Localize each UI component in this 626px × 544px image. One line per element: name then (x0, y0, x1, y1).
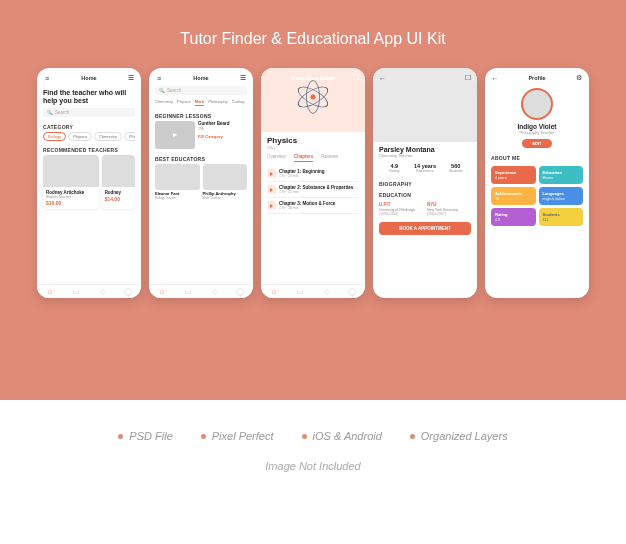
chapter-row[interactable]: Chapter 1: Beginning1 hr · 24 min (267, 166, 359, 182)
back-icon[interactable]: ← (267, 75, 274, 82)
menu-icon[interactable]: ≡ (155, 74, 163, 82)
back-icon[interactable]: ← (379, 75, 386, 82)
stat-label: Students (440, 169, 471, 173)
nav-profile-icon[interactable]: ◯ (236, 288, 244, 296)
feature-item: Organized Layers (410, 430, 508, 442)
bottom-nav: ⌂ ▭ ◇ ◯ (37, 284, 141, 298)
back-icon[interactable]: ← (491, 74, 499, 82)
footer-disclaimer: Image Not Included (0, 460, 626, 472)
nav-profile-icon[interactable]: ◯ (124, 288, 132, 296)
nav-home-icon[interactable]: ⌂ (158, 288, 166, 296)
education-short: U.PIT (379, 202, 423, 207)
education-year: (2004-2007) (427, 212, 471, 216)
tile-languages[interactable]: Languagesenglish, italian (539, 187, 584, 205)
nav-profile-icon[interactable]: ◯ (348, 288, 356, 296)
category-pill[interactable]: Chemistry (94, 132, 122, 141)
chapter-row[interactable]: Chapter 2: Substance & Properties1 hr · … (267, 182, 359, 198)
teacher-card[interactable]: Rodney $14.00 (102, 155, 135, 209)
chapter-row[interactable]: Chapter 3: Motion & Force1 hr · 36 min (267, 198, 359, 214)
lesson-category-link[interactable]: FIX Category (198, 134, 247, 139)
menu-icon[interactable]: ≡ (43, 74, 51, 82)
education-row: U.PITUniversity of Pittsburgh(1999-2004)… (379, 202, 471, 216)
search-input[interactable]: 🔍 Search (43, 108, 135, 117)
nav-bookmark-icon[interactable]: ◇ (210, 288, 218, 296)
tab-chapters[interactable]: Chapters (294, 154, 314, 162)
tab-overview[interactable]: Overview (267, 154, 286, 162)
play-icon (267, 185, 276, 194)
subject-tab[interactable]: Coding (232, 99, 245, 106)
play-icon (173, 133, 177, 137)
nav-book-icon[interactable]: ▭ (184, 288, 192, 296)
nav-book-icon[interactable]: ▭ (296, 288, 304, 296)
category-pills: Biology Physics Chemistry Philosophy (43, 132, 135, 141)
teacher-photo (102, 155, 135, 187)
education-item: NYUNew York University(2004-2007) (427, 202, 471, 216)
educator-subject: Math Teacher (203, 196, 248, 200)
subject-tab[interactable]: Math (195, 99, 204, 106)
lesson-card[interactable]: Gunther Beard 29k FIX Category (155, 121, 247, 149)
section-teachers-label: RECOMMENDED TEACHERS (43, 147, 135, 153)
detail-tabs: Overview Chapters Reviews (267, 154, 359, 162)
subject-tab[interactable]: Chemistry (155, 99, 173, 106)
bookmark-icon[interactable]: ☐ (465, 74, 471, 82)
phone-mockups-row: ≡ Home ☰ Find the teacher who will help … (0, 68, 626, 298)
tile-students[interactable]: Students312 (539, 208, 584, 226)
nav-bookmark-icon[interactable]: ◇ (98, 288, 106, 296)
notification-icon[interactable]: ☰ (127, 74, 135, 82)
promo-banner: Tutor Finder & Educational App UI Kit ≡ … (0, 0, 626, 400)
category-pill[interactable]: Philosophy (124, 132, 135, 141)
category-pill[interactable]: Physics (68, 132, 92, 141)
page-title: Home (81, 75, 96, 81)
educator-card[interactable]: Phillip Anthrophy Math Teacher (203, 164, 248, 200)
educator-subject: Biology Teacher (155, 196, 200, 200)
nav-home-icon[interactable]: ⌂ (270, 288, 278, 296)
about-tiles: Experience4 years EducationMaster Achiev… (491, 166, 583, 226)
education-short: NYU (427, 202, 471, 207)
tile-value: Master (543, 176, 580, 180)
stat-label: Rating (379, 169, 410, 173)
educator-photo (203, 164, 248, 190)
teacher-photo (43, 155, 99, 187)
teacher-stats: 4.9Rating 14 yearsExperience 560Students (379, 163, 471, 173)
subject-tab[interactable]: Philosophy (208, 99, 228, 106)
settings-icon[interactable]: ⚙ (575, 74, 583, 82)
feature-item: iOS & Android (302, 430, 382, 442)
educator-card[interactable]: Eleanor Fant Biology Teacher (155, 164, 200, 200)
page-title: Profile (528, 75, 545, 81)
nav-bookmark-icon[interactable]: ◇ (322, 288, 330, 296)
atom-icon (296, 80, 330, 114)
book-appointment-button[interactable]: BOOK A APPOINTMENT (379, 222, 471, 235)
bottom-nav: ⌂ ▭ ◇ ◯ (149, 284, 253, 298)
tile-achievements[interactable]: Achievements16 (491, 187, 536, 205)
tile-rating[interactable]: Rating4.9 (491, 208, 536, 226)
profile-subject: Philosophy Teacher (491, 130, 583, 135)
chapter-duration: 1 hr · 42 min (279, 190, 359, 194)
bookmark-icon[interactable]: ☐ (353, 74, 359, 82)
subject-tab[interactable]: Physics (177, 99, 191, 106)
teacher-card[interactable]: Rodney Artichoke English Teacher $16.00 (43, 155, 99, 209)
nav-home-icon[interactable]: ⌂ (46, 288, 54, 296)
feature-label: iOS & Android (313, 430, 382, 442)
screen-user-profile: ← Profile ⚙ Indigo Violet Philosophy Tea… (485, 68, 589, 298)
tile-label: Languages (543, 191, 580, 196)
tab-reviews[interactable]: Reviews (321, 154, 338, 162)
search-input[interactable]: 🔍 Search (155, 86, 247, 95)
education-year: (1999-2004) (379, 212, 423, 216)
tile-education[interactable]: EducationMaster (539, 166, 584, 184)
banner-title: Tutor Finder & Educational App UI Kit (0, 30, 626, 48)
subject-tabs: Chemistry Physics Math Philosophy Coding (155, 99, 247, 107)
section-education-label: EDUCATION (379, 192, 471, 198)
bullet-icon (118, 434, 123, 439)
bullet-icon (302, 434, 307, 439)
edit-button[interactable]: EDIT (522, 139, 552, 148)
category-pill[interactable]: Biology (43, 132, 66, 141)
tile-experience[interactable]: Experience4 years (491, 166, 536, 184)
nav-book-icon[interactable]: ▭ (72, 288, 80, 296)
subject-title: Physics (267, 136, 359, 145)
teacher-cards: Rodney Artichoke English Teacher $16.00 … (43, 155, 135, 209)
notification-icon[interactable]: ☰ (239, 74, 247, 82)
lesson-views: 29k (198, 127, 247, 131)
tile-label: Students (543, 212, 580, 217)
screen-home-discover: ≡ Home ☰ Find the teacher who will help … (37, 68, 141, 298)
subject-meta: 29k+ (267, 145, 359, 150)
